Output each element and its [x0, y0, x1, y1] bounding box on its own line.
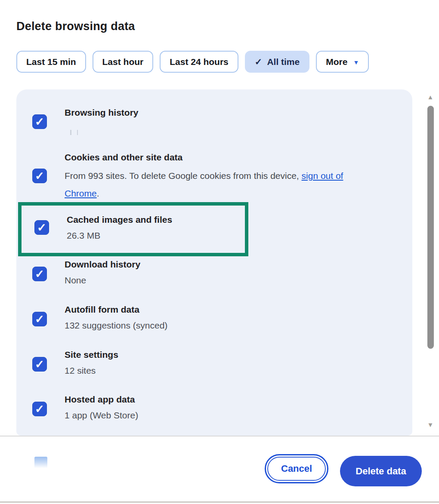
- item-detail-autofill: 132 suggestions (synced): [65, 320, 167, 331]
- page-title: Delete browsing data: [16, 20, 135, 33]
- chip-label: Last hour: [102, 57, 144, 67]
- cancel-button-label: Cancel: [267, 457, 326, 481]
- checkmark-icon: ✓: [35, 116, 44, 127]
- chip-label: Last 24 hours: [170, 57, 229, 67]
- chip-label: Last 15 min: [26, 57, 76, 67]
- check-icon: ✓: [255, 57, 263, 67]
- cookies-detail-suffix: .: [97, 188, 99, 198]
- scroll-down-icon[interactable]: ▼: [427, 421, 434, 428]
- chip-last-15-min[interactable]: Last 15 min: [16, 51, 86, 73]
- checkbox-hosted-app[interactable]: ✓: [32, 402, 47, 416]
- time-range-chips: Last 15 min Last hour Last 24 hours ✓ Al…: [16, 51, 369, 73]
- item-label-download-history: Download history: [65, 259, 140, 270]
- scrollbar-thumb[interactable]: [427, 106, 434, 349]
- chip-more[interactable]: More ▼: [316, 51, 369, 73]
- item-label-hosted-app: Hosted app data: [65, 394, 135, 405]
- item-label-cookies: Cookies and other site data: [65, 152, 182, 163]
- checkmark-icon: ✓: [35, 403, 44, 415]
- checkmark-icon: ✓: [35, 170, 44, 181]
- checkbox-browsing-history[interactable]: ✓: [32, 114, 47, 129]
- checkbox-download-history[interactable]: ✓: [32, 267, 47, 281]
- item-detail-download-history: None: [65, 275, 86, 286]
- delete-data-button[interactable]: Delete data: [340, 456, 422, 486]
- dialog-bottom-edge: [0, 501, 439, 503]
- faded-partial-checkbox: [34, 457, 47, 469]
- item-label-browsing-history: Browsing history: [65, 108, 139, 118]
- checkbox-cookies[interactable]: ✓: [32, 169, 47, 183]
- checkmark-icon: ✓: [35, 313, 44, 325]
- delete-browsing-data-dialog: Delete browsing data Last 15 min Last ho…: [0, 0, 439, 504]
- checkbox-site-settings[interactable]: ✓: [32, 357, 47, 372]
- checkbox-cached-images[interactable]: ✓: [34, 220, 49, 235]
- checkmark-icon: ✓: [35, 268, 44, 280]
- chevron-down-icon: ▼: [353, 59, 359, 66]
- item-label-cached-images: Cached images and files: [67, 215, 172, 225]
- chip-label: More: [326, 57, 347, 67]
- cookies-detail-text: From 993 sites. To delete Google cookies…: [65, 171, 302, 181]
- item-detail-hosted-app: 1 app (Web Store): [65, 410, 138, 421]
- chip-last-24-hours[interactable]: Last 24 hours: [160, 51, 238, 73]
- footer-divider: [0, 436, 439, 436]
- item-label-autofill: Autofill form data: [65, 304, 139, 315]
- cancel-button[interactable]: Cancel: [265, 454, 328, 483]
- chip-last-hour[interactable]: Last hour: [93, 51, 154, 73]
- faded-detail-text: [70, 130, 78, 135]
- item-detail-cached-images: 26.3 MB: [67, 230, 100, 241]
- item-detail-cookies: From 993 sites. To delete Google cookies…: [65, 167, 380, 202]
- checkbox-autofill[interactable]: ✓: [32, 312, 47, 326]
- scroll-up-icon[interactable]: ▲: [427, 94, 434, 100]
- item-detail-site-settings: 12 sites: [65, 366, 96, 376]
- checkmark-icon: ✓: [35, 359, 44, 370]
- chip-label: All time: [267, 57, 300, 67]
- checkmark-icon: ✓: [37, 222, 46, 233]
- chip-all-time[interactable]: ✓ All time: [245, 51, 309, 73]
- item-label-site-settings: Site settings: [65, 350, 118, 360]
